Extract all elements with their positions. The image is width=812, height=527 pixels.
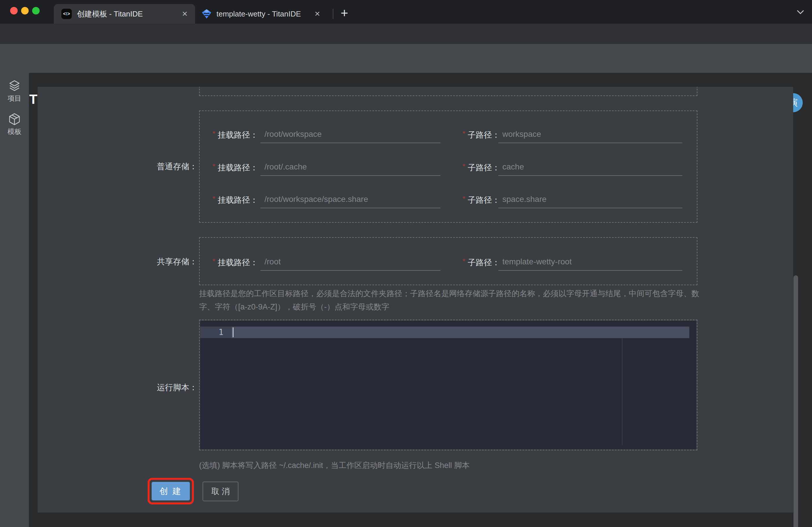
app-header: <t>TITANIDE 创建模板 demo ? 演 — [0, 44, 812, 73]
sub-path-label: 子路径： — [468, 195, 500, 205]
window-minimize-button[interactable] — [21, 7, 29, 14]
sub-path-label: 子路径： — [468, 258, 500, 267]
tab-title: 创建模板 - TitanIDE — [77, 4, 143, 24]
tab-title: template-wetty - TitanIDE — [216, 4, 301, 24]
app-sidebar: 项目 模板 — [0, 73, 29, 527]
mount-path-input[interactable] — [260, 161, 440, 176]
sub-path-input[interactable] — [498, 161, 682, 176]
required-asterisk: * — [462, 194, 465, 203]
required-asterisk: * — [462, 162, 465, 171]
sidebar-item-label: 项目 — [0, 94, 29, 103]
normal-storage-group: * 挂载路径： * 子路径： * 挂载路径： * 子路径： * 挂载路径： * … — [199, 111, 697, 223]
storage-row: * 挂载路径： * 子路径： — [200, 124, 697, 146]
window-chevron-icon[interactable] — [796, 10, 804, 14]
shared-storage-label: 共享存储： — [136, 257, 197, 266]
required-asterisk: * — [213, 257, 215, 266]
tab-create-template[interactable]: <t> 创建模板 - TitanIDE × — [54, 4, 195, 24]
sub-path-label: 子路径： — [468, 130, 500, 140]
required-asterisk: * — [213, 194, 215, 203]
required-asterisk: * — [462, 129, 465, 138]
path-rules-hint: 挂载路径是您的工作区目标路径，必须是合法的文件夹路径；子路径名是网络存储源子路径… — [199, 287, 700, 313]
scrolled-section-fragment — [199, 87, 697, 96]
sub-path-input[interactable] — [498, 256, 682, 271]
sub-path-input[interactable] — [498, 128, 682, 143]
mount-path-label: 挂载路径： — [218, 163, 258, 172]
script-hint: (选填) 脚本将写入路径 ~/.cache/.init，当工作区启动时自动运行以… — [199, 459, 700, 472]
browser-tab-bar: <t> 创建模板 - TitanIDE × template-wetty - T… — [0, 0, 812, 24]
window-zoom-button[interactable] — [32, 7, 40, 14]
tab-close-icon[interactable]: × — [315, 4, 320, 23]
sidebar-item-label: 模板 — [0, 127, 29, 136]
titanide-favicon: <t> — [61, 9, 72, 19]
mount-path-input[interactable] — [260, 193, 440, 208]
sidebar-item-templates[interactable]: 模板 — [0, 113, 29, 136]
storage-row: * 挂载路径： * 子路径： — [200, 252, 697, 274]
layers-icon — [8, 79, 21, 92]
click-annotation-ring: 创 建 — [148, 478, 194, 504]
sub-path-label: 子路径： — [468, 163, 500, 172]
required-asterisk: * — [462, 257, 465, 266]
page-scrollbar-thumb[interactable] — [794, 275, 798, 527]
required-asterisk: * — [213, 162, 215, 171]
wetty-favicon — [201, 9, 212, 19]
mount-path-label: 挂载路径： — [218, 258, 258, 267]
script-code-editor[interactable]: 1 — [200, 321, 696, 449]
script-editor-group: 1 — [199, 320, 697, 450]
sidebar-item-projects[interactable]: 项目 — [0, 79, 29, 103]
mount-path-input[interactable] — [260, 256, 440, 271]
editor-line-number: 1 — [200, 326, 232, 338]
sub-path-input[interactable] — [498, 193, 682, 208]
browser-toolbar: try.titanide.cn/ide/web/workspace/templa… — [0, 24, 812, 44]
shared-storage-group: * 挂载路径： * 子路径： — [199, 237, 697, 285]
cube-icon — [8, 113, 21, 126]
window-close-button[interactable] — [10, 7, 18, 14]
cancel-button[interactable]: 取 消 — [203, 482, 238, 501]
storage-row: * 挂载路径： * 子路径： — [200, 157, 697, 179]
editor-ruler — [622, 338, 622, 445]
editor-active-line[interactable]: 1 — [200, 326, 689, 338]
storage-row: * 挂载路径： * 子路径： — [200, 189, 697, 211]
create-template-form: 普通存储： * 挂载路径： * 子路径： * 挂载路径： * 子路径： * 挂载… — [38, 87, 793, 513]
tab-close-icon[interactable]: × — [182, 4, 188, 23]
mount-path-input[interactable] — [260, 128, 440, 143]
mount-path-label: 挂载路径： — [218, 130, 258, 140]
tab-template-wetty[interactable]: template-wetty - TitanIDE × — [195, 4, 331, 24]
required-asterisk: * — [213, 129, 215, 138]
editor-cursor — [233, 327, 233, 337]
create-button[interactable]: 创 建 — [151, 482, 190, 500]
tab-divider — [333, 9, 333, 19]
normal-storage-label: 普通存储： — [136, 162, 197, 171]
run-script-label: 运行脚本： — [136, 383, 197, 392]
new-tab-button[interactable]: + — [336, 4, 352, 24]
mount-path-label: 挂载路径： — [218, 195, 258, 205]
